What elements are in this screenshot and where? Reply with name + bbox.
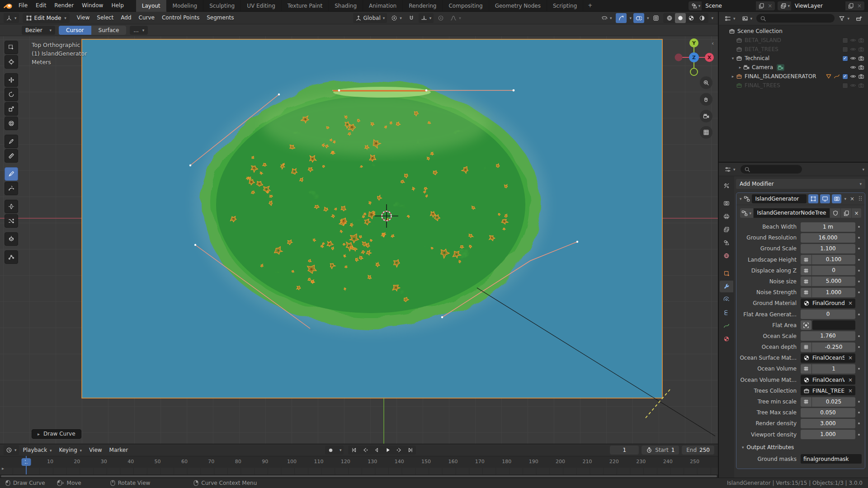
exclude-checkbox[interactable] [841,74,849,80]
properties-search-input[interactable] [741,165,802,174]
tab-constraints[interactable] [720,307,733,319]
viewport-menu[interactable]: Add [117,12,135,24]
realtime-display-toggle[interactable] [820,194,830,203]
outliner-row[interactable]: ▸ FINAL_ISLANDGENERATOR [719,72,868,81]
viewport-menu[interactable]: Select [93,12,117,24]
scene-name[interactable]: Scene [702,1,756,10]
row-label[interactable]: BETA_ISLAND [745,36,781,45]
ortho-toggle-button[interactable] [700,126,712,139]
tab-object-data[interactable] [720,320,733,332]
input-attribute-toggle[interactable] [801,266,811,275]
outliner-row[interactable]: ▸ Camera [719,63,868,72]
animate-property-dot[interactable] [855,335,862,337]
object-selector[interactable] [812,320,855,330]
hide-viewport-toggle[interactable] [849,37,857,43]
playhead[interactable] [26,456,27,474]
tool-button[interactable] [5,149,18,163]
hide-viewport-toggle[interactable] [849,82,857,89]
jump-to-start-button[interactable] [348,446,359,455]
outli-display-mode-button[interactable]: ▾ [722,14,738,23]
timeline-menu[interactable]: Marker [106,447,131,453]
snap-settings-dropdown[interactable]: ▾ [419,13,434,23]
output-attributes-subpanel[interactable]: ▾Output Attributes [741,444,865,450]
new-collection-button[interactable] [854,14,864,23]
animate-property-dot[interactable] [855,401,862,403]
property-value-field[interactable]: 1.000 [801,430,855,439]
tool-button[interactable] [5,41,18,54]
unlink-scene-button[interactable]: × [767,3,775,9]
xray-toggle[interactable] [651,13,661,23]
tab-output[interactable] [720,211,733,222]
outliner-filter-button[interactable]: ▾ [836,14,852,23]
axis-minus-x[interactable] [675,54,683,61]
animate-property-dot[interactable] [855,291,862,293]
auto-key-dropdown[interactable]: ▾ [336,446,344,455]
tool-button[interactable] [5,182,18,195]
node-tree-browse-button[interactable]: ▾ [740,208,753,218]
overlays-toggle[interactable] [633,13,644,23]
outliner-row[interactable]: Scene Collection [719,27,868,36]
tool-button[interactable] [5,117,18,130]
workspace-tab[interactable]: Texture Paint [282,0,329,12]
view-layer-selector[interactable]: ▾ ViewLayer × [778,1,864,10]
navigation-gizmo[interactable]: Y X Z [673,37,715,78]
property-value-field[interactable]: 5.000 [812,277,855,286]
use-preview-range-button[interactable] [646,447,652,453]
drag-handle[interactable] [859,196,863,202]
unlink-button[interactable]: × [847,355,854,361]
animate-property-dot[interactable] [855,281,862,282]
disable-render-toggle[interactable] [857,82,865,89]
tool-button[interactable] [5,73,18,87]
material-selector[interactable]: FinalGroundMaterial × [801,299,855,308]
play-reverse-button[interactable] [371,446,382,455]
topbar-menu[interactable]: Help [107,0,127,11]
input-attribute-toggle[interactable] [801,255,811,264]
3d-viewport[interactable]: Top Orthographic (1) IslandGenerator Met… [0,36,718,444]
viewport-menu[interactable]: Curve [135,12,158,24]
edit-mode-display-toggle[interactable] [808,194,818,203]
unlink-button[interactable]: × [847,388,854,394]
view-layer-name[interactable]: ViewLayer [791,1,845,10]
property-value-field[interactable]: 3.000 [801,419,855,428]
panel-collapse-arrow[interactable]: ▾ [740,197,742,201]
topbar-menu[interactable]: Window [78,0,107,11]
topbar-menu[interactable]: Edit [32,0,50,11]
operator-panel[interactable]: ▸Draw Curve [32,429,81,439]
exclude-checkbox[interactable] [841,38,849,43]
property-value-field[interactable]: 0.025 [812,397,855,407]
row-label[interactable]: FINAL_ISLANDGENERATOR [745,72,816,81]
node-tree-name-field[interactable]: IslandGeneratorNodeTree [754,208,830,218]
fake-user-button[interactable] [830,208,840,218]
modifier-extras-dropdown[interactable]: ▾ [844,197,846,201]
workspace-tab[interactable]: Shading [329,0,363,12]
new-view-layer-button[interactable] [845,3,856,9]
tool-button[interactable] [5,167,18,181]
unlink-node-tree-button[interactable]: × [852,208,861,218]
shading-wireframe[interactable] [664,13,675,23]
depth-mode-button[interactable]: Cursor [59,26,91,35]
workspace-tab[interactable]: Compositing [443,0,489,12]
shading-solid[interactable] [675,13,686,23]
tab-render[interactable] [720,197,733,209]
proportional-falloff-dropdown[interactable]: ▾ [448,13,463,23]
proportional-edit-toggle[interactable] [435,13,446,23]
viewport-menu[interactable]: Segments [203,12,237,24]
overlays-dropdown[interactable]: ▾ [647,16,649,20]
outliner-row[interactable]: BETA_TREES [719,45,868,54]
animate-property-dot[interactable] [855,412,862,413]
viewport-menu[interactable]: View [73,12,93,24]
tab-object[interactable] [720,267,733,279]
animate-property-dot[interactable] [855,314,862,315]
disclosure-arrow[interactable]: ▾ [730,56,736,61]
auto-key-button[interactable] [325,446,336,455]
tab-view-layer[interactable] [720,224,733,235]
tool-button[interactable] [5,200,18,213]
workspace-tab[interactable]: Layout [136,0,167,12]
viewport-menu[interactable]: Control Points [158,12,203,24]
tool-button[interactable] [5,214,18,228]
timeline-scrollbar[interactable] [0,474,718,478]
property-value-field[interactable]: 1.000 [812,288,855,297]
pan-button[interactable] [700,93,712,106]
orientation-dropdown[interactable]: Global▾ [353,13,387,23]
workspace-tab[interactable]: Modeling [167,0,204,12]
